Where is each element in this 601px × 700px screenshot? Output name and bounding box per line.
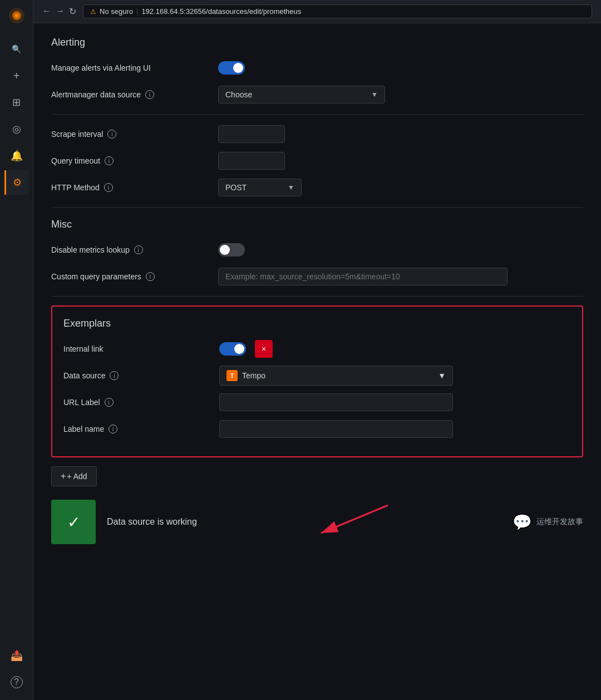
exemplar-datasource-label: Data source i: [63, 371, 219, 380]
custom-query-info-icon[interactable]: i: [146, 272, 155, 281]
add-button[interactable]: + + Add: [51, 466, 97, 486]
query-timeout-row: Query timeout i 60s: [51, 150, 583, 171]
exemplar-datasource-row: Data source i T Tempo ▼: [63, 365, 571, 386]
sidebar-item-explore[interactable]: ◎: [4, 117, 29, 141]
status-message: Data source is working: [107, 517, 197, 527]
svg-line-3: [321, 505, 388, 533]
sidebar-item-signin[interactable]: 📤: [4, 643, 29, 668]
add-label: + Add: [67, 472, 87, 481]
internal-link-row: Internal link ×: [63, 338, 571, 359]
explore-icon: ◎: [12, 123, 21, 135]
disable-metrics-toggle[interactable]: [218, 243, 245, 257]
alertmanager-select[interactable]: Choose ▼: [218, 86, 385, 103]
remove-icon: ×: [262, 344, 266, 353]
sidebar-item-search[interactable]: 🔍: [4, 37, 29, 61]
grafana-logo[interactable]: [6, 4, 28, 27]
scrape-interval-input[interactable]: 15s: [218, 125, 285, 143]
url-text: 192.168.64.5:32656/datasources/edit/prom…: [141, 7, 301, 16]
sidebar-item-help[interactable]: ?: [4, 670, 29, 694]
http-method-select[interactable]: POST ▼: [218, 179, 302, 196]
alertmanager-control: Choose ▼: [218, 86, 508, 103]
http-method-row: HTTP Method i POST ▼: [51, 177, 583, 198]
disable-metrics-info-icon[interactable]: i: [134, 245, 143, 254]
exemplars-title: Exemplars: [63, 318, 571, 329]
reload-button[interactable]: ↻: [69, 6, 76, 17]
query-timeout-label: Query timeout i: [51, 156, 218, 165]
sidebar-item-alerting[interactable]: 🔔: [4, 144, 29, 168]
add-icon: +: [13, 70, 20, 82]
label-name-field-label: Label name i: [63, 425, 219, 433]
url-label-input[interactable]: View in Tempo: [219, 393, 453, 411]
sidebar-item-add[interactable]: +: [4, 63, 29, 88]
http-method-info-icon[interactable]: i: [104, 183, 113, 192]
security-warning-text: No seguro: [100, 7, 133, 16]
internal-link-control: ×: [219, 340, 571, 358]
misc-section-title: Misc: [51, 219, 583, 230]
sidebar: 🔍 + ⊞ ◎ 🔔 ⚙ 📤 ?: [0, 0, 33, 700]
dashboards-icon: ⊞: [12, 96, 21, 109]
sidebar-item-config[interactable]: ⚙: [4, 170, 29, 195]
help-icon: ?: [11, 676, 23, 688]
custom-query-label: Custom query parameters i: [51, 272, 218, 281]
browser-nav: ← → ↻: [42, 6, 76, 17]
exemplar-datasource-value: Tempo: [242, 371, 265, 380]
alertmanager-value: Choose: [225, 90, 252, 99]
divider-2: [51, 207, 583, 208]
scrape-interval-control: 15s: [218, 125, 508, 143]
gear-icon: ⚙: [13, 176, 22, 189]
alertmanager-row: Alertmanager data source i Choose ▼: [51, 84, 583, 105]
alertmanager-info-icon[interactable]: i: [145, 90, 154, 99]
browser-bar: ← → ↻ ⚠ No seguro | 192.168.64.5:32656/d…: [33, 0, 601, 23]
query-timeout-control: 60s: [218, 152, 508, 170]
query-timeout-info-icon[interactable]: i: [105, 156, 114, 165]
exemplar-datasource-info-icon[interactable]: i: [110, 371, 119, 380]
status-success-indicator: ✓: [51, 500, 96, 544]
exemplar-datasource-chevron-icon: ▼: [438, 371, 446, 380]
search-icon: 🔍: [12, 45, 21, 53]
disable-metrics-row: Disable metrics lookup i: [51, 239, 583, 260]
internal-link-label: Internal link: [63, 344, 219, 353]
red-arrow-annotation: [288, 500, 399, 544]
custom-query-row: Custom query parameters i: [51, 266, 583, 287]
divider-3: [51, 296, 583, 297]
url-label-info-icon[interactable]: i: [105, 398, 114, 407]
watermark: 💬 运维开发故事: [513, 513, 583, 531]
remove-exemplar-button[interactable]: ×: [255, 340, 273, 358]
tempo-icon: T: [226, 370, 238, 381]
http-method-value: POST: [225, 183, 247, 192]
disable-metrics-control: [218, 243, 508, 257]
internal-link-toggle[interactable]: [219, 342, 246, 356]
signin-icon: 📤: [11, 649, 23, 662]
sidebar-item-dashboards[interactable]: ⊞: [4, 90, 29, 115]
bell-icon: 🔔: [11, 150, 23, 162]
http-method-label: HTTP Method i: [51, 183, 218, 192]
manage-alerts-control: [218, 61, 508, 75]
scrape-interval-row: Scrape interval i 15s: [51, 124, 583, 145]
disable-metrics-label: Disable metrics lookup i: [51, 245, 218, 254]
label-name-info-icon[interactable]: i: [109, 425, 117, 433]
query-timeout-input[interactable]: 60s: [218, 152, 285, 170]
http-method-chevron-icon: ▼: [288, 184, 294, 191]
alertmanager-label: Alertmanager data source i: [51, 90, 218, 99]
manage-alerts-toggle[interactable]: [218, 61, 245, 75]
manage-alerts-label: Manage alerts via Alerting UI: [51, 63, 218, 72]
scrape-interval-info-icon[interactable]: i: [107, 130, 116, 139]
label-name-input[interactable]: trace_id: [219, 420, 453, 438]
custom-query-input[interactable]: [218, 268, 508, 285]
exemplar-datasource-select[interactable]: T Tempo ▼: [219, 366, 453, 386]
alerting-section-title: Alerting: [51, 37, 583, 48]
forward-button[interactable]: →: [56, 6, 65, 17]
alertmanager-chevron-icon: ▼: [371, 91, 378, 98]
exemplars-section: Exemplars Internal link × Data source i: [51, 305, 583, 457]
manage-alerts-row: Manage alerts via Alerting UI: [51, 57, 583, 78]
browser-url-bar[interactable]: ⚠ No seguro | 192.168.64.5:32656/datasou…: [83, 4, 592, 18]
watermark-text: 运维开发故事: [536, 517, 583, 527]
back-button[interactable]: ←: [42, 6, 51, 17]
label-name-control: trace_id: [219, 420, 453, 438]
svg-point-2: [14, 13, 19, 18]
url-separator: |: [136, 7, 138, 16]
checkmark-icon: ✓: [67, 513, 80, 531]
status-area: ✓ Data source is working 💬 运维开发故事: [51, 500, 583, 544]
exemplar-datasource-control: T Tempo ▼: [219, 366, 453, 386]
url-label-row: URL Label i View in Tempo: [63, 392, 571, 413]
